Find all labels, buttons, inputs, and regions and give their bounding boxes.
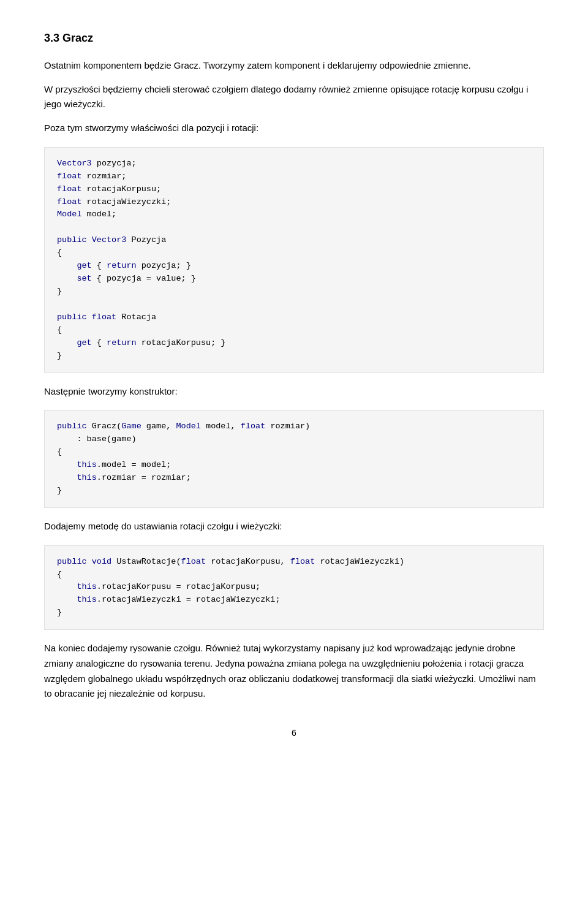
paragraph-1: Ostatnim komponentem będzie Gracz. Tworz… bbox=[44, 58, 544, 74]
p1-text: Ostatnim komponentem będzie Gracz. Tworz… bbox=[44, 60, 471, 70]
section-heading: 3.3 Gracz bbox=[44, 29, 544, 47]
paragraph-6: Na koniec dodajemy rysowanie czołgu. Rów… bbox=[44, 641, 544, 702]
paragraph-4-label: Następnie tworzymy konstruktor: bbox=[44, 384, 544, 400]
paragraph-2: W przyszłości będziemy chcieli sterować … bbox=[44, 82, 544, 113]
paragraph-5-label: Dodajemy metodę do ustawiania rotacji cz… bbox=[44, 519, 544, 534]
code-block-3: public void UstawRotacje(float rotacjaKo… bbox=[44, 545, 544, 631]
paragraph-3-label: Poza tym stworzymy właściwości dla pozyc… bbox=[44, 121, 544, 136]
page-number: 6 bbox=[44, 726, 544, 740]
p2-text: W przyszłości będziemy chcieli sterować … bbox=[44, 84, 528, 110]
code-block-2: public Gracz(Game game, Model model, flo… bbox=[44, 410, 544, 508]
code-block-1: Vector3 pozycja; float rozmiar; float ro… bbox=[44, 147, 544, 373]
